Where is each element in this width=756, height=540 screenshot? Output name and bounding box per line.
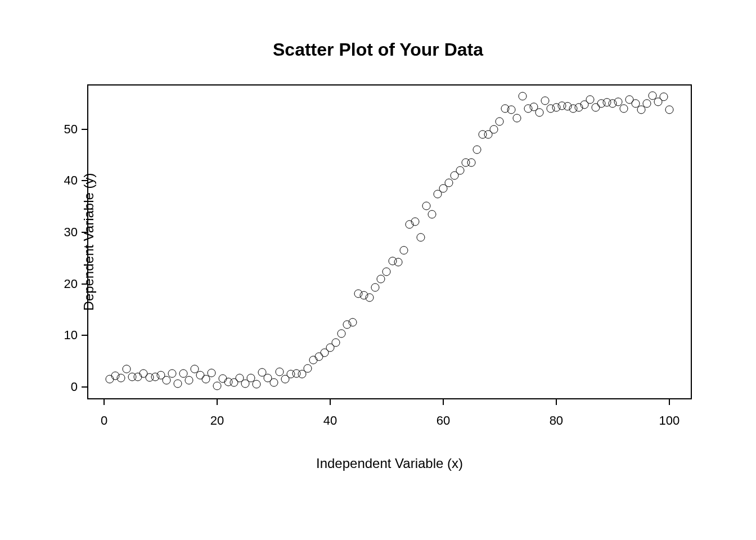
y-tick-label: 20 — [55, 277, 78, 291]
y-tick-label: 40 — [55, 173, 78, 188]
data-point — [117, 374, 125, 382]
x-tick-mark — [443, 399, 444, 405]
x-tick-label: 80 — [550, 413, 563, 428]
data-point — [428, 210, 436, 218]
data-point — [349, 318, 357, 326]
data-point — [123, 364, 131, 373]
data-point — [659, 92, 668, 101]
x-tick-label: 100 — [659, 413, 680, 428]
data-point — [496, 117, 504, 125]
x-tick-label: 40 — [323, 413, 337, 428]
chart-title: Scatter Plot of Your Data — [0, 39, 756, 60]
x-axis-label: Independent Variable (x) — [87, 456, 692, 471]
data-point — [338, 329, 346, 338]
x-tick-mark — [104, 399, 105, 405]
data-point — [162, 376, 170, 385]
chart-container: Scatter Plot of Your Data Dependent Vari… — [0, 0, 756, 540]
data-point — [518, 92, 526, 101]
data-point — [541, 97, 549, 105]
data-point — [377, 274, 385, 283]
y-tick-mark — [82, 284, 87, 285]
data-point — [184, 376, 193, 385]
y-tick-label: 50 — [55, 122, 78, 137]
x-tick-label: 60 — [436, 413, 450, 428]
data-point — [269, 378, 278, 386]
data-point — [332, 339, 340, 347]
y-tick-label: 10 — [55, 328, 78, 343]
data-point — [507, 105, 515, 114]
data-point — [399, 246, 408, 255]
data-point — [213, 382, 222, 390]
x-tick-mark — [217, 399, 218, 405]
y-tick-mark — [82, 129, 87, 130]
data-point — [456, 166, 465, 175]
x-tick-mark — [556, 399, 557, 405]
data-point — [620, 105, 628, 113]
data-point — [382, 267, 391, 276]
y-tick-mark — [82, 232, 87, 233]
data-point — [467, 159, 476, 167]
data-point — [303, 364, 312, 373]
data-point — [665, 105, 673, 114]
x-tick-label: 20 — [210, 413, 224, 428]
data-point — [394, 258, 402, 267]
data-point — [366, 294, 374, 302]
data-point — [371, 284, 380, 292]
data-point — [512, 114, 521, 123]
data-point — [490, 125, 498, 133]
y-tick-mark — [82, 180, 87, 181]
y-tick-mark — [82, 335, 87, 336]
data-point — [208, 369, 216, 377]
x-tick-label: 0 — [101, 413, 107, 428]
data-point — [253, 380, 261, 389]
x-tick-mark — [330, 399, 331, 405]
y-tick-label: 30 — [55, 225, 78, 240]
data-point — [411, 217, 419, 226]
data-point — [535, 109, 543, 117]
plot-area — [87, 84, 692, 399]
data-point — [275, 367, 284, 376]
x-tick-mark — [669, 399, 670, 405]
data-point — [642, 99, 651, 107]
data-point — [444, 179, 453, 187]
data-point — [473, 146, 482, 154]
data-point — [586, 95, 595, 104]
y-tick-label: 0 — [55, 380, 78, 394]
data-point — [416, 233, 425, 242]
data-point — [173, 379, 182, 388]
data-point — [168, 370, 176, 378]
y-tick-mark — [82, 386, 87, 388]
data-point — [422, 202, 430, 210]
